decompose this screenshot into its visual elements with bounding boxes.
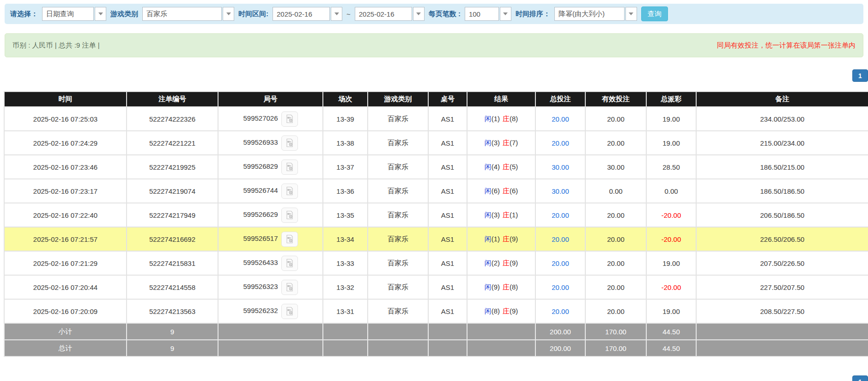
cell-table-no: AS1 bbox=[428, 203, 467, 227]
header-bet-id: 注单编号 bbox=[127, 92, 218, 107]
cell-game-type: 百家乐 bbox=[368, 107, 428, 131]
banker-result-label: 庄 bbox=[503, 259, 510, 267]
video-replay-icon bbox=[285, 186, 294, 196]
cell-session: 13-34 bbox=[323, 227, 368, 251]
cell-total-bet: 20.00 bbox=[535, 275, 585, 299]
cell-remark: 207.50/226.50 bbox=[696, 251, 868, 275]
cell-payout: 19.00 bbox=[646, 131, 696, 155]
total-bet-link[interactable]: 20.00 bbox=[552, 115, 569, 123]
cell-bet-id: 522274215831 bbox=[127, 251, 218, 275]
page-1-button[interactable]: 1 bbox=[852, 375, 868, 381]
video-replay-icon bbox=[285, 114, 294, 123]
cell-game-type: 百家乐 bbox=[368, 275, 428, 299]
cell-result: 闲(1)庄(9) bbox=[467, 227, 535, 251]
cell-time: 2025-02-16 07:25:03 bbox=[4, 107, 127, 131]
time-sort-input[interactable] bbox=[554, 7, 625, 21]
cell-time: 2025-02-16 07:23:17 bbox=[4, 179, 127, 203]
caret-down-icon bbox=[629, 12, 633, 15]
round-id-text: 599526433 bbox=[243, 258, 278, 266]
banker-result-label: 庄 bbox=[503, 211, 510, 219]
date-from-input[interactable] bbox=[273, 7, 330, 21]
total-bet-link[interactable]: 20.00 bbox=[552, 259, 569, 267]
total-bet-link[interactable]: 20.00 bbox=[552, 139, 569, 147]
video-replay-button[interactable] bbox=[281, 280, 298, 295]
cell-bet-id: 522274217949 bbox=[127, 203, 218, 227]
cell-table-no: AS1 bbox=[428, 179, 467, 203]
query-button[interactable]: 查询 bbox=[641, 6, 668, 21]
total-bet-link[interactable]: 20.00 bbox=[552, 235, 569, 243]
cell-session: 13-38 bbox=[323, 131, 368, 155]
per-page-input[interactable] bbox=[465, 7, 499, 21]
subtotal-row: 小计 9 200.00 170.00 44.50 bbox=[4, 323, 868, 340]
cell-payout: -20.00 bbox=[646, 275, 696, 299]
cell-result: 闲(8)庄(9) bbox=[467, 299, 535, 323]
player-result-points: (1) bbox=[492, 235, 500, 243]
date-to-input[interactable] bbox=[355, 7, 412, 21]
date-from-dropdown-button[interactable] bbox=[331, 7, 342, 21]
banker-result-points: (6) bbox=[510, 187, 518, 195]
game-category-input[interactable] bbox=[142, 7, 222, 21]
video-replay-button[interactable] bbox=[281, 160, 298, 175]
video-replay-button[interactable] bbox=[281, 232, 298, 247]
total-bet-link[interactable]: 30.00 bbox=[552, 187, 569, 195]
video-replay-button[interactable] bbox=[281, 304, 298, 319]
banker-result-label: 庄 bbox=[503, 139, 510, 147]
cell-payout: -20.00 bbox=[646, 227, 696, 251]
cell-remark: 227.50/207.50 bbox=[696, 275, 868, 299]
date-to-dropdown-button[interactable] bbox=[413, 7, 425, 21]
caret-down-icon bbox=[416, 12, 421, 15]
cell-payout: 19.00 bbox=[646, 107, 696, 131]
round-id-text: 599526232 bbox=[243, 307, 278, 314]
cell-valid-bet: 0.00 bbox=[585, 179, 646, 203]
round-id-text: 599526629 bbox=[243, 210, 278, 218]
player-result-points: (6) bbox=[492, 187, 500, 195]
time-sort-label: 时间排序： bbox=[516, 10, 550, 18]
table-row: 2025-02-16 07:24:29 522274221221 5995269… bbox=[4, 131, 868, 155]
video-replay-icon bbox=[285, 234, 294, 244]
bet-records-table: 时间 注单编号 局号 场次 游戏类别 桌号 结果 总投注 有效投注 总派彩 备注… bbox=[4, 91, 868, 357]
total-bet-link[interactable]: 20.00 bbox=[552, 283, 569, 291]
cell-table-no: AS1 bbox=[428, 227, 467, 251]
total-valid-bet: 170.00 bbox=[585, 340, 646, 356]
game-category-dropdown-button[interactable] bbox=[223, 7, 234, 21]
cell-valid-bet: 20.00 bbox=[585, 251, 646, 275]
date-from-combobox bbox=[273, 7, 342, 21]
header-remark: 备注 bbox=[696, 92, 868, 107]
video-replay-icon bbox=[285, 307, 294, 316]
cell-time: 2025-02-16 07:20:44 bbox=[4, 275, 127, 299]
video-replay-button[interactable] bbox=[281, 208, 298, 223]
video-replay-button[interactable] bbox=[281, 135, 298, 151]
total-bet-link[interactable]: 20.00 bbox=[552, 307, 569, 315]
page-1-button[interactable]: 1 bbox=[852, 69, 868, 82]
video-replay-icon bbox=[285, 162, 294, 172]
player-result-points: (4) bbox=[492, 163, 500, 171]
player-result-label: 闲 bbox=[485, 115, 492, 123]
cell-total-bet: 30.00 bbox=[535, 155, 585, 179]
table-body: 2025-02-16 07:25:03 522274222326 5995270… bbox=[4, 107, 868, 323]
cell-session: 13-35 bbox=[323, 203, 368, 227]
player-result-label: 闲 bbox=[485, 187, 492, 195]
video-replay-button[interactable] bbox=[281, 111, 298, 127]
header-payout: 总派彩 bbox=[646, 92, 696, 107]
grand-total-row: 总计 9 200.00 170.00 44.50 bbox=[4, 340, 868, 356]
cell-valid-bet: 30.00 bbox=[585, 155, 646, 179]
valid-bet-notice: 同局有效投注，统一计算在该局第一张注单内 bbox=[717, 41, 856, 50]
time-sort-dropdown-button[interactable] bbox=[625, 7, 637, 21]
query-type-input[interactable] bbox=[42, 7, 94, 21]
query-type-dropdown-button[interactable] bbox=[95, 7, 106, 21]
table-row: 2025-02-16 07:20:44 522274214558 5995263… bbox=[4, 275, 868, 299]
round-id-text: 599527026 bbox=[243, 114, 278, 122]
cell-valid-bet: 20.00 bbox=[585, 203, 646, 227]
cell-total-bet: 20.00 bbox=[535, 107, 585, 131]
summary-info-bar: 币别 : 人民币 | 总共 :9 注单 | 同局有效投注，统一计算在该局第一张注… bbox=[5, 33, 863, 57]
total-bet-link[interactable]: 30.00 bbox=[552, 163, 569, 171]
cell-session: 13-33 bbox=[323, 251, 368, 275]
cell-total-bet: 30.00 bbox=[535, 179, 585, 203]
video-replay-icon bbox=[285, 283, 294, 292]
total-bet-link[interactable]: 20.00 bbox=[552, 211, 569, 219]
per-page-dropdown-button[interactable] bbox=[500, 7, 511, 21]
video-replay-button[interactable] bbox=[281, 256, 298, 271]
video-replay-button[interactable] bbox=[281, 184, 298, 199]
caret-down-icon bbox=[98, 12, 103, 15]
subtotal-total-bet: 200.00 bbox=[535, 323, 585, 340]
